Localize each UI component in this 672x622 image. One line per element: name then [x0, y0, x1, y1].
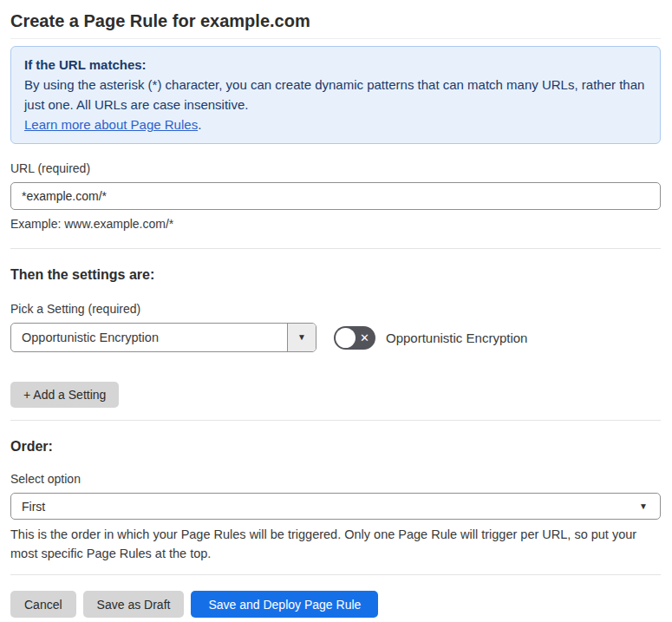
- url-example-helper: Example: www.example.com/*: [10, 216, 661, 232]
- select-chevron-down-icon: ▼: [639, 502, 648, 511]
- settings-section-heading: Then the settings are:: [10, 266, 661, 283]
- info-box-link-line: Learn more about Page Rules.: [24, 115, 647, 134]
- order-select[interactable]: First ▼: [10, 493, 661, 520]
- setting-dropdown-value: Opportunistic Encryption: [11, 324, 287, 351]
- info-box-heading: If the URL matches:: [24, 55, 647, 75]
- order-helper-text: This is the order in which your Page Rul…: [10, 525, 661, 563]
- divider-before-footer: [10, 574, 661, 575]
- save-and-deploy-button[interactable]: Save and Deploy Page Rule: [191, 591, 378, 618]
- divider-after-url-section: [10, 248, 661, 249]
- url-input[interactable]: [10, 182, 661, 210]
- order-select-value: First: [11, 500, 45, 514]
- setting-row: Opportunistic Encryption ▼ ✕ Opportunist…: [10, 323, 661, 352]
- order-select-label: Select option: [10, 472, 661, 487]
- info-box-body-text: By using the asterisk (*) character, you…: [24, 77, 644, 112]
- info-box-body: By using the asterisk (*) character, you…: [24, 75, 647, 115]
- order-section-heading: Order:: [10, 438, 661, 455]
- pick-setting-label: Pick a Setting (required): [10, 302, 661, 317]
- divider-after-settings-section: [10, 420, 661, 421]
- setting-dropdown[interactable]: Opportunistic Encryption ▼: [10, 323, 316, 352]
- url-field-label: URL (required): [10, 161, 661, 176]
- url-matches-info-box: If the URL matches: By using the asteris…: [10, 46, 661, 144]
- cancel-button[interactable]: Cancel: [10, 591, 76, 618]
- divider-under-title: [10, 38, 661, 39]
- footer-actions: Cancel Save as Draft Save and Deploy Pag…: [10, 591, 661, 618]
- chevron-down-icon: ▼: [297, 333, 306, 342]
- add-setting-button[interactable]: + Add a Setting: [10, 382, 119, 408]
- setting-dropdown-arrow-button[interactable]: ▼: [287, 324, 316, 351]
- learn-more-link[interactable]: Learn more about Page Rules: [24, 117, 198, 132]
- page-rule-form: Create a Page Rule for example.com If th…: [0, 0, 672, 622]
- save-as-draft-button[interactable]: Save as Draft: [83, 591, 185, 618]
- toggle-label: Opportunistic Encryption: [386, 331, 527, 345]
- toggle-knob: [336, 328, 356, 348]
- toggle-off-x-icon: ✕: [360, 332, 369, 344]
- page-title: Create a Page Rule for example.com: [10, 10, 661, 31]
- link-suffix: .: [198, 117, 201, 132]
- opportunistic-encryption-toggle[interactable]: ✕: [334, 326, 375, 350]
